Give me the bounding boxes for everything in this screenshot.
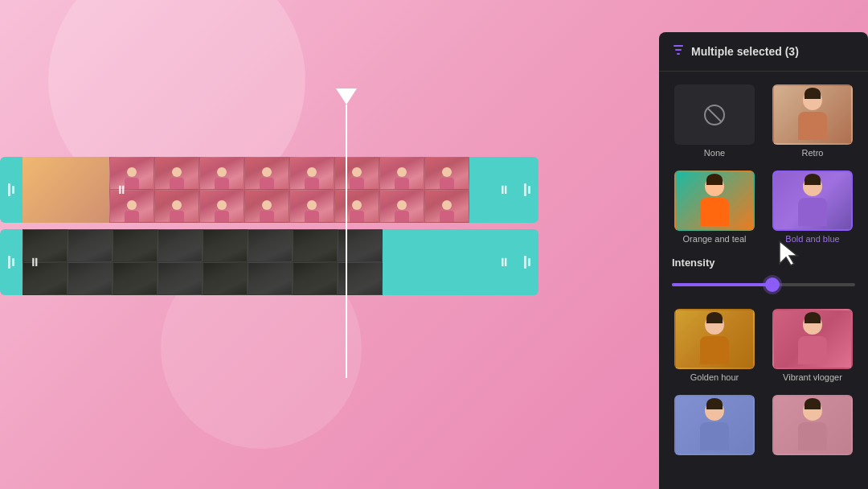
dark-frame-cell [338,229,383,262]
frame-row-top [109,157,516,190]
filter-more-2[interactable] [767,392,858,458]
track-2-left-icon: ⏸ [29,256,40,269]
track-2-right-handle[interactable] [516,229,538,295]
track-1-left-handle[interactable] [0,157,23,223]
svg-line-4 [708,109,721,121]
track-left-icon: ⏸ [116,183,127,196]
frame-cell [244,190,289,223]
frame-cell [199,157,244,190]
track-2-right-icon: ⏸ [498,256,510,269]
frame-cell [334,157,379,190]
dark-frame-cell [158,262,203,295]
filter-grid-top: None Retro Orange and teal [659,72,868,250]
intensity-track [672,283,855,286]
filter-golden-hour[interactable]: Golden hour [669,306,760,385]
dark-frame-cell [248,229,293,262]
track-2-frames: ⏸ ⏸ [23,229,516,295]
track-1-right-handle[interactable] [516,157,538,223]
video-track-1: ⏸ ⏸ [0,157,538,223]
dark-frame-cell [68,229,113,262]
intensity-thumb[interactable] [765,277,780,292]
playhead[interactable] [346,105,347,378]
filter-orange-teal-label: Orange and teal [683,234,747,244]
frame-row-bottom [109,190,516,223]
dark-frame-cell [203,262,248,295]
filter-vibrant-vlogger[interactable]: Vibrant vlogger [767,306,858,385]
dark-frame-cell [68,262,113,295]
intensity-slider[interactable] [672,277,855,293]
frame-row-dark-bottom [23,262,516,295]
filter-bold-blue-thumb [772,171,853,231]
filter-panel: Multiple selected (3) None Retro [659,32,868,489]
track-placeholder [23,157,109,223]
svg-rect-0 [674,45,683,47]
frame-cell [289,190,334,223]
track-1-frames: ⏸ ⏸ [109,157,516,223]
filter-more1-thumb [674,395,755,455]
filter-orange-teal[interactable]: Orange and teal [669,167,760,247]
dark-frame-cell [158,229,203,262]
intensity-fill [672,283,772,286]
filter-more-1[interactable] [669,392,760,458]
frame-cell [244,157,289,190]
dark-frame-cell [338,262,383,295]
dark-frame-cell [113,262,158,295]
filter-retro-thumb [772,84,853,145]
track-2-left-handle[interactable] [0,229,23,295]
filter-icon [672,43,685,60]
filter-more2-thumb [772,395,853,455]
frame-row-dark-top [23,229,516,262]
frame-cell [289,157,334,190]
dark-frame-cell [293,229,338,262]
frame-cell [379,190,424,223]
filter-none-thumb [674,84,755,145]
filter-none-label: None [704,148,725,158]
timeline-area: ⏸ ⏸ [0,157,538,295]
svg-rect-1 [675,49,682,51]
frame-cell [424,157,469,190]
panel-title: Multiple selected (3) [691,45,799,58]
playhead-arrow [336,88,357,105]
filter-vibrant-label: Vibrant vlogger [783,372,842,382]
dark-frame-cell [113,229,158,262]
filter-bold-blue-label: Bold and blue [785,234,839,244]
frame-cell [334,190,379,223]
filter-golden-label: Golden hour [690,372,739,382]
filter-retro[interactable]: Retro [767,81,858,161]
filter-none[interactable]: None [669,81,760,161]
frame-cell [379,157,424,190]
frame-cell [199,190,244,223]
filter-orange-teal-thumb [674,171,755,231]
dark-frame-cell [293,262,338,295]
filter-bold-blue[interactable]: Bold and blue [767,167,858,247]
intensity-title: Intensity [672,257,855,269]
filter-retro-label: Retro [802,148,824,158]
intensity-section: Intensity [659,250,868,302]
track-right-icon: ⏸ [498,183,510,196]
svg-rect-2 [677,53,680,55]
filter-golden-thumb [674,309,755,369]
video-track-2: ⏸ ⏸ [0,229,538,295]
filter-grid-bottom: Golden hour Vibrant vlogger [659,302,868,468]
dark-frame-cell [248,262,293,295]
panel-header: Multiple selected (3) [659,32,868,72]
track-handle-bars [8,183,14,196]
dark-frame-cell [203,229,248,262]
filter-vibrant-thumb [772,309,853,369]
frame-cell [154,190,199,223]
track-2-handle-bars [8,256,14,269]
track-2-handle-bars-right [524,256,530,269]
track-handle-bars-right [524,183,530,196]
frame-cell [154,157,199,190]
frame-cell [424,190,469,223]
